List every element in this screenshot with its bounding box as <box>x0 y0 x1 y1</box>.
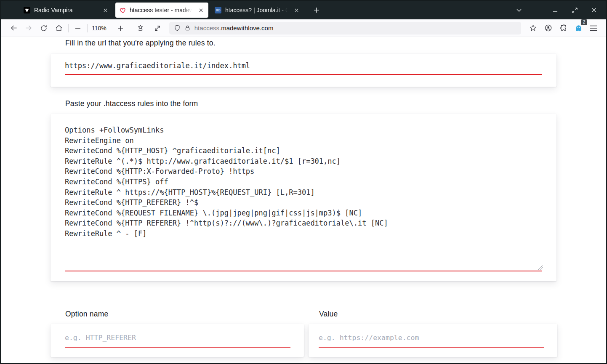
minimize-button[interactable] <box>549 4 562 16</box>
navigation-toolbar: 110% htaccess.madewithlove.com <box>1 19 606 37</box>
bat-favicon-icon <box>24 7 30 13</box>
new-tab-button[interactable] <box>310 4 323 16</box>
home-button[interactable] <box>52 22 66 35</box>
url-domain: madewithlove.com <box>221 24 273 32</box>
reload-button[interactable] <box>37 22 51 35</box>
zoom-out-button[interactable] <box>71 22 85 35</box>
joomla-favicon-icon: 8B <box>215 7 221 13</box>
zoom-level-indicator[interactable]: 110% <box>89 25 109 32</box>
madewithlove-heart-favicon-icon <box>119 7 126 13</box>
window-controls <box>549 4 600 16</box>
tab-close-icon[interactable] <box>293 6 300 14</box>
tab-htaccess-tester[interactable]: htaccess tester - madewith <box>115 3 208 18</box>
forward-button[interactable] <box>22 22 35 35</box>
account-icon[interactable] <box>541 22 555 35</box>
value-label: Value <box>319 310 338 319</box>
toolbar-separator <box>68 24 69 32</box>
tab-close-icon[interactable] <box>197 6 205 14</box>
zoom-in-button[interactable] <box>114 22 127 35</box>
url-section-label: Fill in the url that you're applying the… <box>65 39 216 48</box>
list-all-tabs-button[interactable] <box>513 4 525 16</box>
tab-radio-vampira[interactable]: Radio Vampira <box>20 3 113 18</box>
rules-card: Options +FollowSymLinks RewriteEngine on… <box>51 114 556 281</box>
value-card <box>309 324 557 357</box>
fullscreen-button[interactable] <box>151 22 164 35</box>
option-name-card <box>51 324 304 357</box>
bookmark-tray-icon[interactable] <box>134 22 147 35</box>
browser-window: Radio Vampira htaccess tester - madewith… <box>0 0 607 364</box>
page-content: Fill in the url that you're applying the… <box>1 37 606 363</box>
tab-title: Radio Vampira <box>34 7 98 13</box>
menu-hamburger-icon[interactable] <box>587 22 600 35</box>
tab-joomla[interactable]: 8B htaccess? | Joomla.it - Com <box>211 3 304 18</box>
url-subdomain: htaccess. <box>194 24 221 32</box>
option-name-label: Option name <box>65 310 108 319</box>
resize-handle-icon[interactable] <box>538 265 543 270</box>
tab-title: htaccess tester - madewith <box>130 7 193 13</box>
address-bar[interactable]: htaccess.madewithlove.com <box>169 22 521 35</box>
close-window-button[interactable] <box>588 4 600 16</box>
tab-title: htaccess? | Joomla.it - Com <box>225 7 289 13</box>
extension-badge: 2 <box>581 19 587 25</box>
option-name-input[interactable] <box>65 332 290 348</box>
url-text[interactable]: htaccess.madewithlove.com <box>194 24 274 32</box>
extensions-puzzle-icon[interactable] <box>556 22 570 35</box>
bookmark-star-icon[interactable] <box>526 22 540 35</box>
value-input[interactable] <box>319 332 544 348</box>
ghostery-extension-icon[interactable]: 2 <box>572 22 585 35</box>
lock-icon[interactable] <box>184 25 191 32</box>
tab-close-icon[interactable] <box>101 6 109 14</box>
back-button[interactable] <box>7 22 20 35</box>
restore-button[interactable] <box>568 4 581 16</box>
tracking-protection-shield-icon[interactable] <box>174 24 181 32</box>
htaccess-rules-textarea[interactable]: Options +FollowSymLinks RewriteEngine on… <box>65 122 542 271</box>
target-url-input[interactable] <box>65 61 542 75</box>
tab-bar: Radio Vampira htaccess tester - madewith… <box>1 1 606 19</box>
url-input-card <box>51 54 556 87</box>
rules-section-label: Paste your .htaccess rules into the form <box>65 99 198 108</box>
toolbar-separator <box>111 24 111 32</box>
toolbar-separator <box>87 24 88 32</box>
